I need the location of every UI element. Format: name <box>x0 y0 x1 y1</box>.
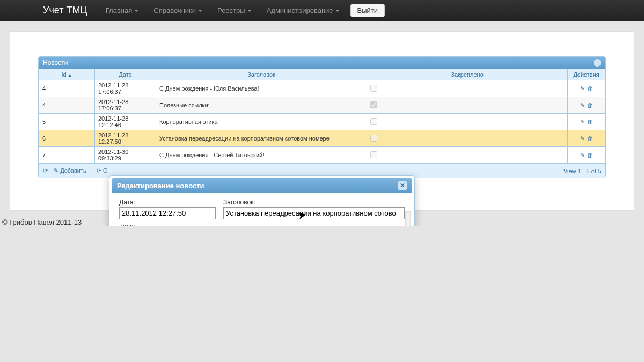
edit-icon[interactable]: ✎ <box>580 102 585 108</box>
cell-id: 6 <box>39 130 95 147</box>
nav-main[interactable]: Главная <box>98 1 146 20</box>
cell-actions: ✎🗑 <box>568 80 605 97</box>
page-content: Новости – Id▲ Дата Заголовок Закреплено … <box>10 31 634 211</box>
reload-icon[interactable]: ⟳ <box>43 167 48 174</box>
table-row[interactable]: 42012-11-28 17:06:37Полезные ссылки:✎🗑 <box>39 97 605 114</box>
table-row[interactable]: 72012-11-30 09:33:29С Днем рождения - Се… <box>39 147 605 164</box>
news-panel: Новости – Id▲ Дата Заголовок Закреплено … <box>38 56 606 178</box>
col-actions[interactable]: Действия <box>568 69 605 80</box>
cell-pinned <box>367 130 568 147</box>
delete-icon[interactable]: 🗑 <box>587 102 593 108</box>
cell-date: 2012-11-28 17:06:37 <box>95 97 156 114</box>
col-title[interactable]: Заголовок <box>156 69 367 80</box>
cell-title: С Днем рождения - Сергей Титовский! <box>156 147 367 164</box>
edit-icon[interactable]: ✎ <box>580 119 585 125</box>
cell-title: Корпоративная этика <box>156 114 367 130</box>
caret-icon <box>247 10 252 12</box>
sort-asc-icon: ▲ <box>68 72 72 78</box>
close-icon[interactable]: ✕ <box>398 181 407 190</box>
cell-actions: ✎🗑 <box>568 130 605 147</box>
top-navbar: Учет ТМЦ Главная Справочники Реестры Адм… <box>0 0 644 21</box>
caret-icon <box>335 10 340 12</box>
caret-icon <box>134 10 138 12</box>
delete-icon[interactable]: 🗑 <box>587 119 593 125</box>
cell-date: 2012-11-28 12:12:46 <box>95 114 156 130</box>
pinned-checkbox[interactable] <box>370 135 377 142</box>
delete-icon[interactable]: 🗑 <box>587 152 593 158</box>
cell-actions: ✎🗑 <box>568 114 605 130</box>
dialog-titlebar[interactable]: Редактирование новости ✕ <box>112 178 412 193</box>
col-date[interactable]: Дата <box>95 69 156 80</box>
dialog-scrollbar[interactable] <box>405 211 411 226</box>
nav-admin[interactable]: Администрирование <box>259 1 347 20</box>
panel-title: Новости <box>43 59 68 67</box>
col-id[interactable]: Id▲ <box>39 69 95 80</box>
body-label: Тело: <box>119 223 405 226</box>
pinned-checkbox[interactable] <box>370 101 377 108</box>
edit-icon[interactable]: ✎ <box>580 85 585 92</box>
headline-label: Заголовок: <box>223 198 405 206</box>
pinned-checkbox[interactable] <box>370 85 377 92</box>
cell-date: 2012-11-28 12:27:50 <box>95 130 156 147</box>
edit-news-dialog: Редактирование новости ✕ Дата: Заголовок… <box>109 175 415 226</box>
cell-date: 2012-11-30 09:33:29 <box>95 147 156 164</box>
table-row[interactable]: 42012-11-28 17:06:37С Днем рождения - Юл… <box>39 80 605 97</box>
cell-pinned <box>367 97 568 114</box>
nav-registers[interactable]: Реестры <box>210 1 259 20</box>
headline-input[interactable] <box>223 207 405 219</box>
pinned-checkbox[interactable] <box>370 151 377 158</box>
news-grid: Id▲ Дата Заголовок Закреплено Действия 4… <box>39 69 605 164</box>
cell-date: 2012-11-28 17:06:37 <box>95 80 156 97</box>
cell-title: Полезные ссылки: <box>156 97 367 114</box>
dialog-body: Дата: Заголовок: Тело: 💾 ▢ B I U <box>112 193 412 226</box>
cell-pinned <box>367 114 568 130</box>
cell-id: 4 <box>39 80 95 97</box>
view-status: View 1 - 5 of 5 <box>564 168 601 174</box>
nav-catalogs[interactable]: Справочники <box>146 1 210 20</box>
collapse-icon[interactable]: – <box>594 59 601 67</box>
cell-title: Установка переадресации на корпоративном… <box>156 130 367 147</box>
cell-id: 5 <box>39 114 95 130</box>
cell-actions: ✎🗑 <box>568 147 605 164</box>
delete-icon[interactable]: 🗑 <box>587 85 593 92</box>
table-row[interactable]: 62012-11-28 12:27:50Установка переадреса… <box>39 130 605 147</box>
edit-icon[interactable]: ✎ <box>580 152 585 158</box>
col-pinned[interactable]: Закреплено <box>367 69 568 80</box>
app-brand: Учет ТМЦ <box>43 5 87 16</box>
date-input[interactable] <box>119 207 216 219</box>
caret-icon <box>198 10 202 12</box>
date-label: Дата: <box>119 198 216 206</box>
table-row[interactable]: 52012-11-28 12:12:46Корпоративная этика✎… <box>39 114 605 130</box>
dialog-title: Редактирование новости <box>117 182 204 190</box>
add-button[interactable]: ✎ Добавить <box>54 167 91 174</box>
pinned-checkbox[interactable] <box>370 118 377 125</box>
logout-button[interactable]: Выйти <box>350 4 385 17</box>
delete-icon[interactable]: 🗑 <box>587 135 593 142</box>
cell-actions: ✎🗑 <box>568 97 605 114</box>
panel-header: Новости – <box>39 57 605 69</box>
cell-pinned <box>367 147 568 164</box>
cell-pinned <box>367 80 568 97</box>
cell-id: 7 <box>39 147 95 164</box>
cell-title: С Днем рождения - Юля Васильева! <box>156 80 367 97</box>
edit-icon[interactable]: ✎ <box>580 135 585 142</box>
refresh-button[interactable]: ⟳ О <box>97 167 112 174</box>
cell-id: 4 <box>39 97 95 114</box>
